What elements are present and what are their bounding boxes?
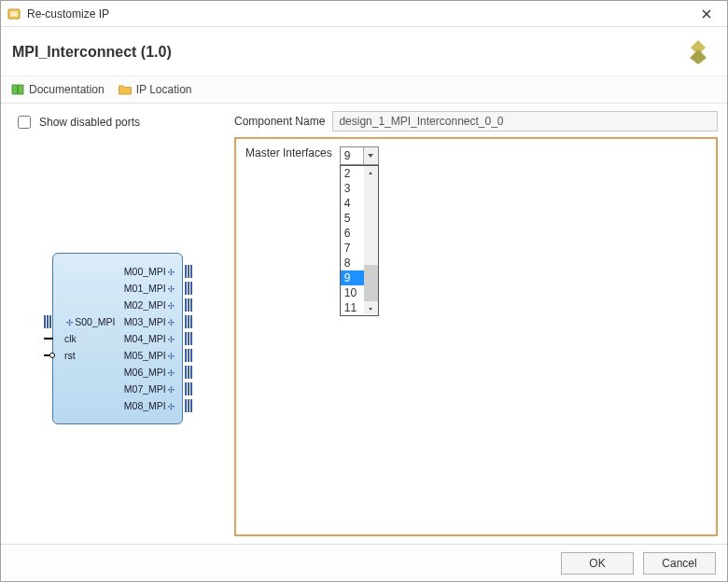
bus-icon: [185, 315, 192, 328]
slave-port-list: ✢S00_MPI clk rst: [59, 263, 115, 364]
port-label: M03_MPI: [124, 316, 166, 327]
svg-rect-1: [11, 11, 18, 16]
show-disabled-ports-input[interactable]: [18, 116, 31, 129]
bus-icon: [185, 399, 192, 412]
port-label: M05_MPI: [124, 350, 166, 361]
rst-port: rst: [59, 347, 115, 364]
dropdown-option[interactable]: 3: [341, 181, 364, 196]
right-port-stubs: [185, 263, 192, 414]
ok-button[interactable]: OK: [561, 552, 634, 575]
window-ip-icon: [7, 7, 21, 21]
dropdown-scrollbar[interactable]: [364, 166, 378, 315]
combo-value: 9: [341, 149, 363, 162]
clk-line-icon: [44, 338, 53, 340]
folder-icon: [118, 82, 133, 97]
component-name-label: Component Name: [234, 115, 325, 128]
dropdown-option[interactable]: 6: [341, 226, 364, 241]
bus-icon: [185, 382, 192, 395]
scrollbar-thumb[interactable]: [364, 180, 378, 265]
master-port: M08_MPI✢: [53, 397, 182, 414]
show-disabled-ports-label: Show disabled ports: [39, 116, 140, 129]
dialog-footer: OK Cancel: [1, 544, 727, 581]
clk-port: clk: [59, 330, 115, 347]
dropdown-option[interactable]: 2: [341, 166, 364, 181]
left-port-stubs: [44, 306, 55, 364]
ip-name-heading: MPI_Interconnect (1.0): [12, 44, 684, 61]
bus-icon: [185, 282, 192, 295]
port-label: M04_MPI: [124, 333, 166, 344]
ip-diagram: M00_MPI✢ M01_MPI✢ M02_MPI✢ M03_MPI✢ M04_…: [10, 141, 225, 536]
cancel-button-label: Cancel: [662, 557, 696, 570]
slave-port: ✢S00_MPI: [59, 313, 115, 330]
config-panel: Master Interfaces 9 2 3 4: [234, 137, 718, 536]
ip-block: M00_MPI✢ M01_MPI✢ M02_MPI✢ M03_MPI✢ M04_…: [52, 253, 183, 424]
master-port: M07_MPI✢: [53, 381, 182, 397]
bus-icon: [185, 349, 192, 362]
port-label: rst: [64, 350, 76, 361]
documentation-icon: [10, 82, 25, 97]
bus-icon: [185, 332, 192, 345]
master-interfaces-label: Master Interfaces: [245, 146, 332, 159]
window-close-button[interactable]: [686, 1, 727, 27]
port-label: M01_MPI: [124, 283, 166, 294]
port-label: clk: [64, 333, 77, 344]
dropdown-list: 2 3 4 5 6 7 8 9 10 11: [341, 166, 364, 315]
port-label: M08_MPI: [124, 400, 166, 411]
port-label: M02_MPI: [124, 299, 166, 311]
preview-pane: Show disabled ports M00_MPI✢ M01_MPI✢ M0…: [10, 111, 225, 536]
dropdown-option[interactable]: 5: [341, 211, 364, 226]
documentation-label: Documentation: [29, 83, 105, 96]
window-title: Re-customize IP: [27, 7, 109, 21]
combo-box[interactable]: 9: [340, 146, 379, 165]
master-interfaces-combo[interactable]: 9 2 3 4 5 6 7: [340, 146, 379, 165]
close-icon: [702, 7, 711, 21]
scroll-down-icon[interactable]: [364, 301, 378, 315]
bus-icon: [44, 315, 51, 328]
rst-inverter-icon: [49, 353, 55, 358]
ip-location-link[interactable]: IP Location: [114, 80, 196, 99]
ok-button-label: OK: [589, 557, 605, 570]
chevron-down-icon[interactable]: [363, 147, 378, 164]
port-label: M06_MPI: [124, 367, 166, 378]
bus-icon: [185, 265, 192, 278]
master-interfaces-dropdown[interactable]: 2 3 4 5 6 7 8 9 10 11: [340, 165, 379, 316]
component-name-row: Component Name: [234, 111, 718, 132]
vendor-logo-icon: [684, 38, 712, 66]
component-name-field[interactable]: [332, 111, 718, 132]
ip-location-label: IP Location: [136, 83, 192, 96]
dropdown-option[interactable]: 11: [341, 300, 364, 315]
dropdown-option[interactable]: 10: [341, 285, 364, 300]
dialog-body: Show disabled ports M00_MPI✢ M01_MPI✢ M0…: [1, 104, 727, 544]
port-label: S00_MPI: [75, 316, 115, 327]
svg-marker-3: [690, 49, 707, 64]
cancel-button[interactable]: Cancel: [643, 552, 716, 575]
port-label: M07_MPI: [124, 383, 166, 395]
port-label: M00_MPI: [124, 266, 166, 277]
titlebar: Re-customize IP: [1, 1, 727, 27]
dropdown-option[interactable]: 4: [341, 196, 364, 211]
bus-icon: [185, 298, 192, 312]
documentation-link[interactable]: Documentation: [7, 80, 108, 99]
scrollbar-track[interactable]: [364, 180, 378, 301]
recustomize-ip-window: Re-customize IP MPI_Interconnect (1.0) D…: [0, 0, 728, 582]
scroll-up-icon[interactable]: [364, 166, 378, 180]
bus-icon: [185, 366, 192, 379]
dropdown-option[interactable]: 7: [341, 241, 364, 256]
dialog-header: MPI_Interconnect (1.0): [1, 27, 727, 76]
config-pane: Component Name Master Interfaces 9: [234, 111, 718, 536]
show-disabled-ports-checkbox[interactable]: Show disabled ports: [10, 111, 225, 141]
dropdown-option[interactable]: 8: [341, 256, 364, 270]
dropdown-option-selected[interactable]: 9: [341, 270, 364, 285]
master-port: M06_MPI✢: [53, 364, 182, 381]
master-interfaces-row: Master Interfaces 9 2 3 4: [245, 146, 707, 165]
toolbar: Documentation IP Location: [1, 76, 727, 104]
